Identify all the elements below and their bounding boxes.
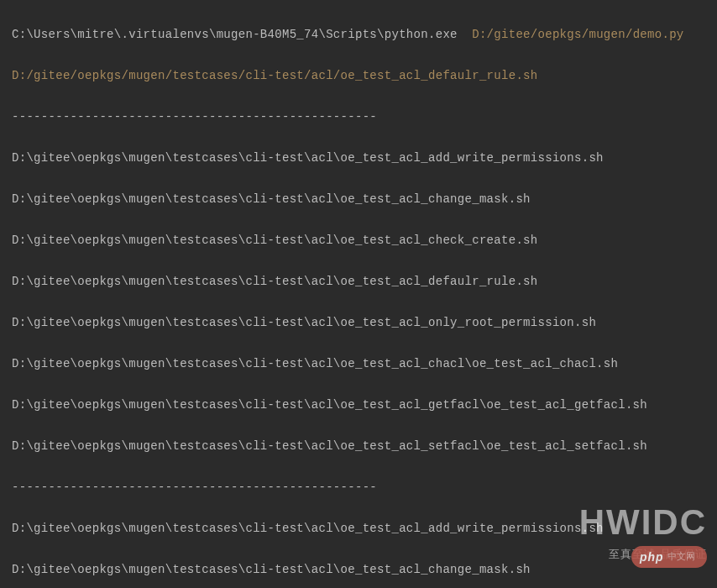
- output-line: D:\gitee\oepkgs\mugen\testcases\cli-test…: [12, 189, 717, 210]
- script-path: D:/gitee/oepkgs/mugen/demo.py: [472, 28, 683, 41]
- initial-script-path: D:/gitee/oepkgs/mugen/testcases/cli-test…: [12, 66, 717, 87]
- terminal-output[interactable]: C:\Users\mitre\.virtualenvs\mugen-B40M5_…: [12, 3, 717, 588]
- output-line: D:\gitee\oepkgs\mugen\testcases\cli-test…: [12, 395, 717, 416]
- output-line: D:\gitee\oepkgs\mugen\testcases\cli-test…: [12, 436, 717, 457]
- output-line: D:\gitee\oepkgs\mugen\testcases\cli-test…: [12, 354, 717, 375]
- separator: ----------------------------------------…: [12, 107, 717, 128]
- command-line: C:\Users\mitre\.virtualenvs\mugen-B40M5_…: [12, 24, 717, 45]
- output-line: D:\gitee\oepkgs\mugen\testcases\cli-test…: [12, 271, 717, 292]
- output-line: D:\gitee\oepkgs\mugen\testcases\cli-test…: [12, 518, 717, 539]
- output-line: D:\gitee\oepkgs\mugen\testcases\cli-test…: [12, 312, 717, 333]
- output-line: D:\gitee\oepkgs\mugen\testcases\cli-test…: [12, 559, 717, 580]
- python-exe-path: C:\Users\mitre\.virtualenvs\mugen-B40M5_…: [12, 28, 458, 41]
- output-line: D:\gitee\oepkgs\mugen\testcases\cli-test…: [12, 230, 717, 251]
- separator: ----------------------------------------…: [12, 477, 717, 498]
- output-line: D:\gitee\oepkgs\mugen\testcases\cli-test…: [12, 148, 717, 169]
